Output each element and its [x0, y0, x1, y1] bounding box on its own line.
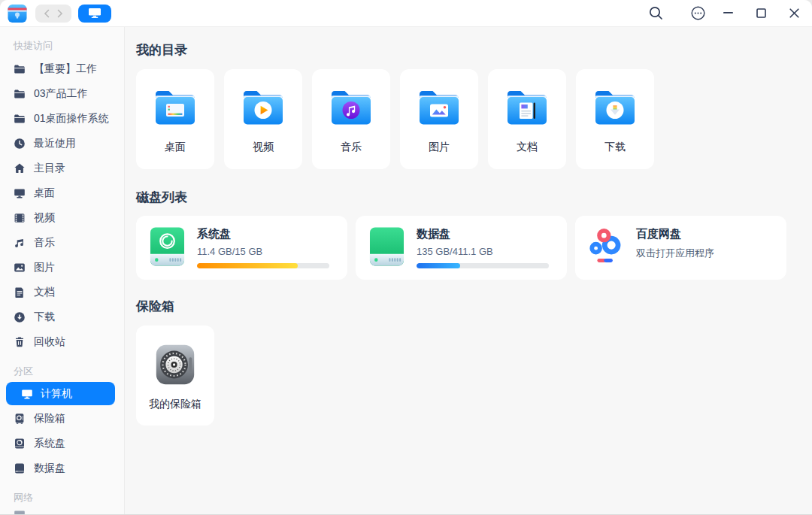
close-button[interactable] — [786, 5, 801, 22]
music-folder-icon — [327, 84, 375, 132]
sidebar-item-label: 系统盘 — [34, 437, 65, 450]
sidebar-item-label: 数据盘 — [34, 462, 65, 475]
video-icon — [14, 212, 26, 224]
sidebar-item-videos[interactable]: 视频 — [0, 205, 124, 230]
sidebar-item-label: 视频 — [34, 211, 55, 225]
sidebar-group-partitions: 分区 — [0, 365, 124, 378]
downloads-folder-icon — [591, 84, 639, 132]
sidebar-item-vault[interactable]: 保险箱 — [0, 406, 124, 431]
folder-card-music[interactable]: 音乐 — [312, 69, 390, 169]
sidebar-item-label: 图片 — [34, 261, 55, 274]
sidebar-item-label: 最近使用 — [34, 137, 76, 150]
sidebar-group-quick-access: 快捷访问 — [0, 39, 124, 53]
back-icon[interactable] — [44, 9, 50, 18]
sidebar-item-label: 音乐 — [34, 236, 55, 250]
folder-card-documents[interactable]: 文档 — [488, 69, 566, 169]
sidebar-item-data-disk[interactable]: 数据盘 — [0, 456, 124, 480]
search-button[interactable] — [648, 5, 664, 22]
folder-label: 图片 — [429, 141, 450, 154]
nav-back-forward[interactable] — [35, 5, 71, 23]
sidebar-item-pictures[interactable]: 图片 — [0, 255, 124, 280]
sidebar-item-label: 下载 — [34, 311, 55, 324]
sidebar-item-01-desktop-os[interactable]: 01桌面操作系统 — [0, 106, 124, 131]
sidebar-item-partial[interactable] — [14, 509, 26, 514]
safe-icon — [152, 341, 198, 388]
system-disk-icon — [14, 438, 26, 450]
disk-name: 系统盘 — [197, 227, 329, 241]
file-manager-app-icon — [8, 4, 27, 23]
folder-card-downloads[interactable]: 下载 — [576, 69, 654, 169]
sidebar-item-03-product-work[interactable]: 03产品工作 — [0, 81, 124, 106]
data-drive-icon — [369, 226, 404, 267]
sidebar: 快捷访问 【重要】工作 03产品工作 01桌面操作系统 最近使用 主目录 — [0, 27, 125, 514]
sidebar-item-label: 01桌面操作系统 — [34, 112, 109, 126]
sidebar-item-music[interactable]: 音乐 — [0, 230, 124, 255]
data-disk-icon — [14, 462, 26, 474]
network-device-icon — [14, 509, 26, 514]
baidu-netdisk-icon — [587, 226, 625, 265]
main-content: 我的目录 桌面 — [125, 27, 812, 514]
document-icon — [14, 286, 26, 298]
disk-card-data[interactable]: 数据盘 135 GB/411.1 GB — [356, 216, 567, 280]
videos-folder-icon — [239, 84, 287, 132]
sidebar-item-desktop[interactable]: 桌面 — [0, 180, 124, 205]
system-drive-icon — [150, 226, 185, 267]
titlebar — [0, 0, 812, 27]
section-title-disk-list: 磁盘列表 — [136, 189, 812, 206]
disk-usage: 135 GB/411.1 GB — [417, 246, 549, 257]
sidebar-item-computer[interactable]: 计算机 — [6, 382, 115, 405]
clock-icon — [14, 138, 26, 150]
sidebar-item-label: 回收站 — [34, 335, 65, 349]
ellipsis-menu-icon — [691, 6, 705, 20]
folder-label: 下载 — [604, 141, 626, 154]
sidebar-item-trash[interactable]: 回收站 — [0, 329, 124, 354]
folder-label: 视频 — [253, 141, 274, 154]
folder-icon — [14, 88, 26, 100]
sidebar-item-important-work[interactable]: 【重要】工作 — [0, 56, 124, 81]
sidebar-item-system-disk[interactable]: 系统盘 — [0, 431, 124, 456]
disk-list: 系统盘 11.4 GB/15 GB — [136, 216, 812, 280]
sidebar-item-label: 03产品工作 — [34, 87, 88, 101]
folder-icon — [14, 63, 26, 75]
sidebar-item-documents[interactable]: 文档 — [0, 280, 124, 304]
sidebar-group-network: 网络 — [0, 491, 124, 504]
tab-computer[interactable] — [78, 5, 111, 23]
sidebar-item-label: 【重要】工作 — [34, 62, 97, 76]
home-icon — [14, 162, 26, 174]
search-icon — [648, 5, 664, 21]
computer-monitor-icon — [88, 8, 102, 19]
sidebar-item-downloads[interactable]: 下载 — [0, 304, 124, 329]
sidebar-item-home[interactable]: 主目录 — [0, 156, 124, 180]
close-icon — [789, 8, 799, 18]
documents-folder-icon — [503, 84, 551, 132]
my-directory-grid: 桌面 视频 — [136, 69, 812, 169]
image-icon — [14, 262, 26, 274]
vault-grid: 我的保险箱 — [136, 326, 812, 426]
desktop-folder-icon — [151, 84, 199, 132]
minimize-button[interactable] — [720, 5, 735, 22]
folder-card-pictures[interactable]: 图片 — [400, 69, 478, 169]
folder-card-videos[interactable]: 视频 — [224, 69, 302, 169]
folder-label: 桌面 — [165, 141, 186, 154]
menu-button[interactable] — [691, 5, 705, 22]
sidebar-item-label: 主目录 — [34, 162, 65, 175]
disk-progress-track — [417, 263, 549, 268]
pictures-folder-icon — [415, 84, 463, 132]
titlebar-actions — [648, 5, 801, 22]
folder-card-desktop[interactable]: 桌面 — [136, 69, 214, 169]
maximize-button[interactable] — [753, 5, 768, 22]
section-title-vault: 保险箱 — [136, 298, 812, 315]
vault-icon — [14, 413, 26, 425]
disk-card-baidu-netdisk[interactable]: 百度网盘 双击打开应用程序 — [575, 216, 786, 280]
disk-usage: 11.4 GB/15 GB — [197, 246, 329, 257]
folder-icon — [14, 113, 26, 125]
file-manager-window: 快捷访问 【重要】工作 03产品工作 01桌面操作系统 最近使用 主目录 — [0, 0, 812, 515]
music-icon — [14, 237, 26, 249]
disk-card-system[interactable]: 系统盘 11.4 GB/15 GB — [136, 216, 347, 280]
folder-label: 音乐 — [341, 141, 362, 154]
sidebar-item-recent[interactable]: 最近使用 — [0, 131, 124, 156]
trash-icon — [14, 336, 26, 348]
sidebar-item-label: 文档 — [34, 286, 55, 299]
vault-card-my-vault[interactable]: 我的保险箱 — [136, 326, 214, 426]
forward-icon[interactable] — [56, 9, 63, 18]
